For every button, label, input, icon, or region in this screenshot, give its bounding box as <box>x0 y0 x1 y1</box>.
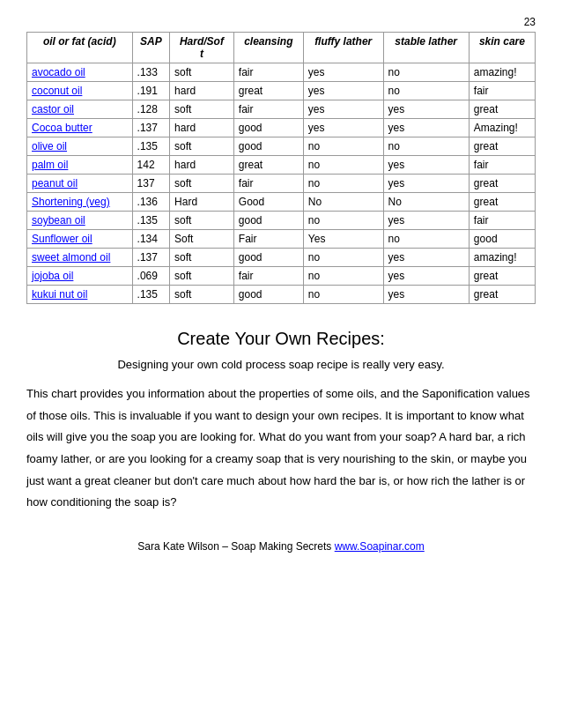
table-row: coconut oil.191hardgreatyesnofair <box>27 82 536 100</box>
table-header-1: SAP <box>132 33 170 63</box>
table-cell: fair <box>233 63 303 82</box>
table-cell: .137 <box>132 249 170 267</box>
table-cell: great <box>469 137 535 156</box>
table-cell: good <box>233 249 303 267</box>
table-cell: fair <box>469 82 535 100</box>
table-cell: no <box>303 249 383 267</box>
table-cell: yes <box>383 286 469 304</box>
table-cell: No <box>383 193 469 212</box>
table-cell: soft <box>170 175 234 193</box>
table-row: peanut oil137softfairnoyesgreat <box>27 175 536 193</box>
table-row: Shortening (veg).136HardGoodNoNogreat <box>27 193 536 212</box>
table-cell: great <box>469 175 535 193</box>
table-cell: fair <box>469 156 535 175</box>
table-cell: Fair <box>233 230 303 249</box>
footer-link[interactable]: www.Soapinar.com <box>335 540 425 553</box>
oil-name-cell[interactable]: Shortening (veg) <box>27 193 133 212</box>
table-cell: yes <box>303 63 383 82</box>
table-header-6: skin care <box>469 33 535 63</box>
oil-name-cell[interactable]: Cocoa butter <box>27 119 133 137</box>
table-cell: great <box>469 267 535 286</box>
table-cell: .137 <box>132 119 170 137</box>
table-cell: yes <box>303 100 383 119</box>
table-cell: soft <box>170 137 234 156</box>
table-cell: yes <box>303 119 383 137</box>
table-cell: hard <box>170 82 234 100</box>
table-cell: .069 <box>132 267 170 286</box>
table-cell: great <box>469 100 535 119</box>
table-cell: no <box>303 212 383 230</box>
table-cell: hard <box>170 156 234 175</box>
table-cell: yes <box>383 267 469 286</box>
table-cell: soft <box>170 249 234 267</box>
table-cell: Hard <box>170 193 234 212</box>
oil-name-cell[interactable]: olive oil <box>27 137 133 156</box>
table-cell: great <box>469 286 535 304</box>
table-cell: amazing! <box>469 63 535 82</box>
table-cell: no <box>303 267 383 286</box>
table-cell: .135 <box>132 212 170 230</box>
footer: Sara Kate Wilson – Soap Making Secrets w… <box>26 540 536 553</box>
table-cell: soft <box>170 63 234 82</box>
oil-name-cell[interactable]: sweet almond oil <box>27 249 133 267</box>
table-cell: Good <box>233 193 303 212</box>
table-cell: soft <box>170 267 234 286</box>
table-cell: no <box>303 286 383 304</box>
oil-name-cell[interactable]: Sunflower oil <box>27 230 133 249</box>
table-row: palm oil142hardgreatnoyesfair <box>27 156 536 175</box>
create-section: Create Your Own Recipes: Designing your … <box>26 329 536 514</box>
table-cell: yes <box>383 249 469 267</box>
table-row: Sunflower oil.134SoftFairYesnogood <box>27 230 536 249</box>
table-cell: 142 <box>132 156 170 175</box>
table-cell: No <box>303 193 383 212</box>
table-cell: Yes <box>303 230 383 249</box>
table-cell: Soft <box>170 230 234 249</box>
table-row: avocado oil.133softfairyesnoamazing! <box>27 63 536 82</box>
table-cell: no <box>383 137 469 156</box>
table-cell: fair <box>469 212 535 230</box>
oil-name-cell[interactable]: peanut oil <box>27 175 133 193</box>
table-cell: great <box>233 156 303 175</box>
table-cell: .191 <box>132 82 170 100</box>
table-cell: yes <box>383 119 469 137</box>
table-cell: no <box>303 156 383 175</box>
oil-name-cell[interactable]: kukui nut oil <box>27 286 133 304</box>
table-header-3: cleansing <box>233 33 303 63</box>
table-cell: .136 <box>132 193 170 212</box>
table-cell: yes <box>383 212 469 230</box>
oil-name-cell[interactable]: palm oil <box>27 156 133 175</box>
oil-name-cell[interactable]: soybean oil <box>27 212 133 230</box>
footer-text: Sara Kate Wilson – Soap Making Secrets <box>137 540 334 553</box>
table-cell: amazing! <box>469 249 535 267</box>
table-cell: soft <box>170 286 234 304</box>
table-cell: 137 <box>132 175 170 193</box>
table-cell: great <box>469 193 535 212</box>
table-cell: no <box>383 230 469 249</box>
table-cell: good <box>233 137 303 156</box>
table-cell: yes <box>383 156 469 175</box>
create-title: Create Your Own Recipes: <box>26 329 536 349</box>
table-cell: Amazing! <box>469 119 535 137</box>
table-cell: no <box>303 137 383 156</box>
table-cell: good <box>233 119 303 137</box>
oil-name-cell[interactable]: castor oil <box>27 100 133 119</box>
table-header-0: oil or fat (acid) <box>27 33 133 63</box>
table-header-2: Hard/Soft <box>170 33 234 63</box>
table-header-4: fluffy lather <box>303 33 383 63</box>
table-row: soybean oil.135softgoodnoyesfair <box>27 212 536 230</box>
table-row: kukui nut oil.135softgoodnoyesgreat <box>27 286 536 304</box>
table-row: olive oil.135softgoodnonogreat <box>27 137 536 156</box>
oil-name-cell[interactable]: avocado oil <box>27 63 133 82</box>
table-cell: yes <box>303 82 383 100</box>
table-cell: good <box>233 212 303 230</box>
table-row: jojoba oil.069softfairnoyesgreat <box>27 267 536 286</box>
oils-table: oil or fat (acid)SAPHard/Softcleansingfl… <box>26 32 536 304</box>
oil-name-cell[interactable]: jojoba oil <box>27 267 133 286</box>
table-header-5: stable lather <box>383 33 469 63</box>
oil-name-cell[interactable]: coconut oil <box>27 82 133 100</box>
table-cell: soft <box>170 212 234 230</box>
table-row: Cocoa butter.137hardgoodyesyesAmazing! <box>27 119 536 137</box>
page-number: 23 <box>26 16 536 28</box>
table-cell: .133 <box>132 63 170 82</box>
table-cell: yes <box>383 100 469 119</box>
